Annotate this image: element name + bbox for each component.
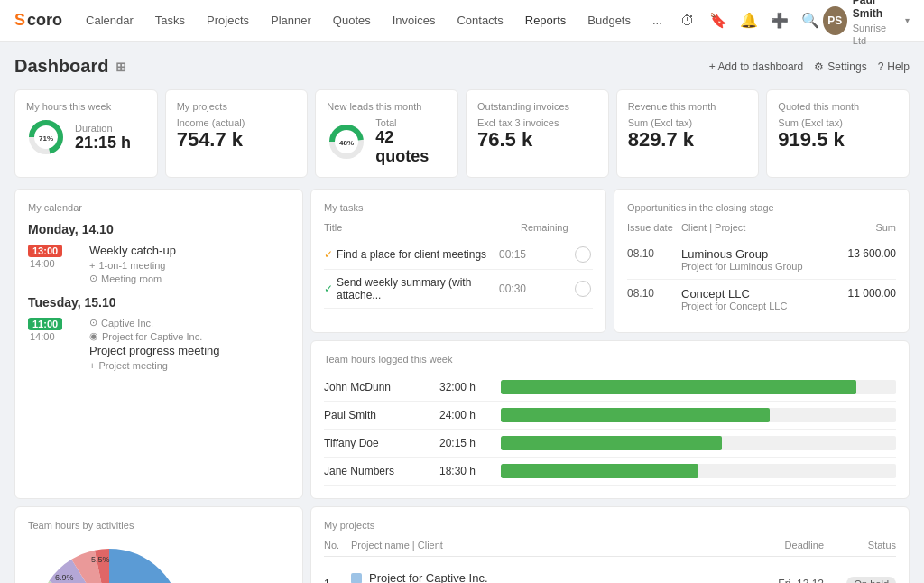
help-button[interactable]: ? Help <box>878 60 910 73</box>
nav-calendar[interactable]: Calendar <box>77 10 143 31</box>
task-time-1: 00:15 <box>499 248 571 261</box>
logo[interactable]: Scoro <box>14 11 62 30</box>
opp-row-2: 08.10 Concept LLC Project for Concept LL… <box>627 280 896 319</box>
bell-icon[interactable]: 🔔 <box>740 12 758 30</box>
nav-invoices[interactable]: Invoices <box>383 10 445 31</box>
tasks-card: My tasks Title Remaining ✓ Find a place … <box>310 189 606 333</box>
member-name-3: Tiffany Doe <box>324 437 432 449</box>
event-meta-1: + 1-on-1 meeting <box>89 260 290 271</box>
nav-projects[interactable]: Projects <box>198 10 258 31</box>
event-end-time-2: 14:00 <box>28 331 82 342</box>
team-row-4: Jane Numbers 18:30 h <box>324 458 896 486</box>
nav-contacts[interactable]: Contacts <box>448 10 512 31</box>
event-title-2[interactable]: Project progress meeting <box>89 344 290 357</box>
opps-title: Opportunities in the closing stage <box>627 202 896 213</box>
bookmark-icon[interactable]: 🔖 <box>709 12 727 30</box>
tasks-header: Title Remaining <box>324 222 593 233</box>
svg-text:71%: 71% <box>39 134 53 143</box>
stat-leads-label: New leads this month <box>327 101 447 112</box>
settings-button[interactable]: ⚙ Settings <box>814 60 866 73</box>
stat-new-leads: New leads this month 48% Total 42 quotes <box>315 89 458 178</box>
member-name-1: John McDunn <box>324 381 432 393</box>
event-meta-type: + Project meeting <box>89 360 290 371</box>
chevron-down-icon: ▾ <box>905 15 910 25</box>
task-complete-1[interactable] <box>575 246 591 263</box>
nav-tasks[interactable]: Tasks <box>146 10 194 31</box>
hours-bar-wrap-1 <box>501 380 896 394</box>
user-name: Paul Smith <box>853 0 900 22</box>
user-company: Sunrise Ltd <box>853 22 900 48</box>
nav-planner[interactable]: Planner <box>262 10 320 31</box>
event-weekly-catchup: 13:00 14:00 Weekly catch-up + 1-on-1 mee… <box>28 244 290 286</box>
add-icon[interactable]: ➕ <box>771 12 789 30</box>
user-menu[interactable]: PS Paul Smith Sunrise Ltd ▾ <box>823 0 910 47</box>
opp-client-1[interactable]: Luminous Group <box>681 247 824 261</box>
day-tuesday: Tuesday, 15.10 <box>28 295 290 310</box>
activities-chart-card: Team hours by activities 24.7% 1 <box>14 506 303 583</box>
event-meta-2: ⊙ Meeting room <box>89 273 290 284</box>
opp-project-2: Project for Concept LLC <box>681 301 824 311</box>
project-deadline-1: Fri, 13.12 <box>743 578 824 584</box>
stat-quoted-sublabel: Sum (Excl tax) <box>778 117 898 128</box>
right-panel: My tasks Title Remaining ✓ Find a place … <box>310 189 910 499</box>
avatar: PS <box>823 6 847 35</box>
opp-sum-1: 13 600.00 <box>824 247 896 272</box>
nav-quotes[interactable]: Quotes <box>324 10 380 31</box>
member-hours-1: 32:00 h <box>439 381 494 393</box>
project-status-1: On hold <box>846 577 896 584</box>
team-hours-card: Team hours logged this week John McDunn … <box>310 340 910 499</box>
opp-date-2: 08.10 <box>627 287 681 311</box>
opp-sum-2: 11 000.00 <box>824 287 896 311</box>
event-start-time-2: 11:00 <box>28 318 62 330</box>
svg-text:48%: 48% <box>339 139 354 147</box>
task-complete-2[interactable] <box>575 281 591 297</box>
nav-more[interactable]: ... <box>643 10 671 31</box>
hours-bar-2 <box>501 408 770 422</box>
opp-client-2[interactable]: Concept LLC <box>681 287 824 301</box>
nav-reports[interactable]: Reports <box>516 10 576 31</box>
event-end-time: 14:00 <box>28 258 82 269</box>
stat-hours-value: 21:15 h <box>75 134 131 153</box>
event-title[interactable]: Weekly catch-up <box>89 244 290 257</box>
member-name-2: Paul Smith <box>324 409 432 421</box>
stat-outstanding-label: Outstanding invoices <box>477 101 597 112</box>
bottom-grid: Team hours by activities 24.7% 1 <box>14 506 910 583</box>
stat-outstanding: Outstanding invoices Excl tax 3 invoices… <box>466 89 609 178</box>
project-name-1[interactable]: Project for Captive Inc. <box>369 571 488 583</box>
stat-revenue: Revenue this month Sum (Excl tax) 829.7 … <box>616 89 760 178</box>
member-hours-2: 24:00 h <box>439 409 494 421</box>
opp-date-1: 08.10 <box>627 247 681 272</box>
add-to-dashboard-button[interactable]: + Add to dashboard <box>709 60 803 73</box>
dashboard-actions: + Add to dashboard ⚙ Settings ? Help <box>709 60 910 73</box>
project-no-1: 1 <box>324 578 351 584</box>
event-meta-company: ⊙ Captive Inc. <box>89 317 290 329</box>
task-time-2: 00:30 <box>499 282 571 295</box>
gear-icon: ⚙ <box>814 60 824 73</box>
stat-hours-week: My hours this week 71% Duration 21:15 h <box>14 89 158 178</box>
hours-bar-wrap-3 <box>501 436 896 450</box>
tag-icon: + <box>89 360 95 371</box>
filter-icon[interactable]: ⊞ <box>116 60 126 74</box>
team-row-3: Tiffany Doe 20:15 h <box>324 430 896 458</box>
team-hours-title: Team hours logged this week <box>324 354 896 365</box>
projects-title: My projects <box>324 520 896 531</box>
day-monday: Monday, 14.10 <box>28 222 290 236</box>
check-icon-1: ✓ <box>324 248 333 261</box>
check-icon-2: ✓ <box>324 282 333 295</box>
nav-icon-group: ⏱ 🔖 🔔 ➕ 🔍 <box>679 12 819 30</box>
nav-budgets[interactable]: Budgets <box>578 10 640 31</box>
opp-project-1: Project for Luminous Group <box>681 261 824 272</box>
tasks-title: My tasks <box>324 202 593 213</box>
event-meta-project: ◉ Project for Captive Inc. <box>89 330 290 342</box>
svg-text:5.5%: 5.5% <box>91 555 110 564</box>
event-start-time: 13:00 <box>28 245 62 257</box>
stat-projects-label: My projects <box>177 101 297 112</box>
member-hours-3: 20:15 h <box>439 437 494 449</box>
dashboard-title: Dashboard ⊞ <box>14 56 126 77</box>
navigation: Scoro Calendar Tasks Projects Planner Qu… <box>0 0 924 42</box>
team-row-1: John McDunn 32:00 h <box>324 374 896 402</box>
search-icon[interactable]: 🔍 <box>801 12 819 30</box>
stat-hours-label: My hours this week <box>26 101 146 112</box>
calendar-card: My calendar Monday, 14.10 13:00 14:00 We… <box>14 189 303 499</box>
timer-icon[interactable]: ⏱ <box>679 12 697 30</box>
